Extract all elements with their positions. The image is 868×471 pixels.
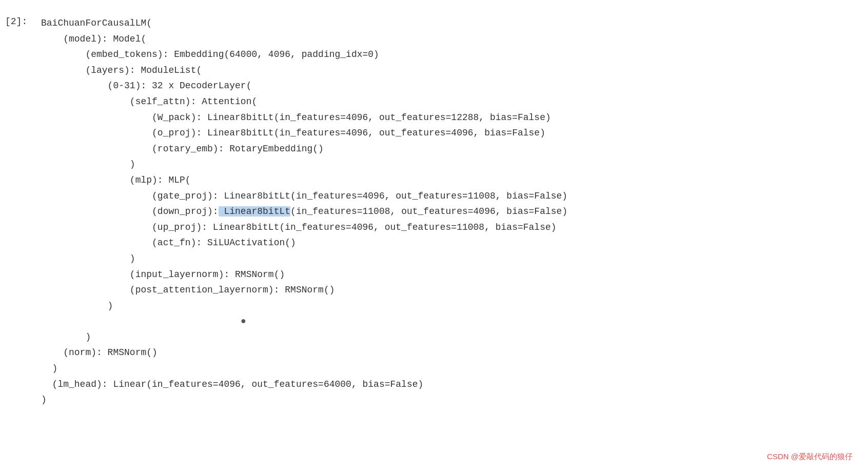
code-line: (0-31): 32 x DecoderLayer( (41, 78, 868, 94)
code-line: (gate_proj): Linear8bitLt(in_features=40… (41, 188, 868, 204)
code-line: (o_proj): Linear8bitLt(in_features=4096,… (41, 125, 868, 141)
code-block: BaiChuanForCausalLM( (model): Model( (em… (41, 15, 868, 408)
code-line: ) (41, 392, 868, 408)
code-line: (down_proj): Linear8bitLt(in_features=11… (41, 204, 868, 220)
code-line: (norm): RMSNorm() (41, 345, 868, 361)
code-line: ) (41, 298, 868, 314)
code-line: (self_attn): Attention( (41, 94, 868, 110)
code-line: ) (41, 156, 868, 172)
cell-wrapper: [2]: BaiChuanForCausalLM( (model): Model… (0, 10, 868, 413)
code-line: (model): Model( (41, 31, 868, 47)
code-line: ) (41, 251, 868, 267)
code-line: (W_pack): Linear8bitLt(in_features=4096,… (41, 110, 868, 126)
code-line: (rotary_emb): RotaryEmbedding() (41, 141, 868, 157)
code-line: (embed_tokens): Embedding(64000, 4096, p… (41, 47, 868, 63)
cell-label: [2]: (0, 15, 41, 27)
watermark: CSDN @爱敲代码的狼仔 (767, 452, 853, 462)
highlighted-text: Linear8bitLt (219, 206, 290, 217)
code-line: (mlp): MLP( (41, 172, 868, 188)
code-line: BaiChuanForCausalLM( (41, 15, 868, 31)
code-line: (layers): ModuleList( (41, 63, 868, 78)
code-line: (act_fn): SiLUActivation() (41, 235, 868, 251)
code-line: ) (41, 329, 868, 345)
cursor-line: ● (41, 313, 868, 329)
code-line: (up_proj): Linear8bitLt(in_features=4096… (41, 220, 868, 235)
code-line: ) (41, 361, 868, 377)
code-line: (lm_head): Linear(in_features=4096, out_… (41, 377, 868, 392)
code-line: (post_attention_layernorm): RMSNorm() (41, 282, 868, 298)
output-area: [2]: BaiChuanForCausalLM( (model): Model… (0, 0, 868, 471)
code-line: (input_layernorm): RMSNorm() (41, 267, 868, 283)
